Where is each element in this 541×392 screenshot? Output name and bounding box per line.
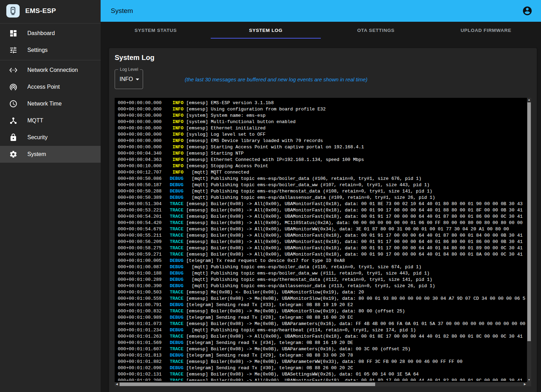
log-line: 000+00:00:50.187DEBUG [mqtt] Publishing … — [118, 182, 526, 188]
sidebar-item-settings[interactable]: Settings — [0, 42, 101, 59]
main-area: System SYSTEM STATUSSYSTEM LOGOTA SETTIN… — [101, 0, 541, 392]
card-title: System Log — [115, 54, 531, 62]
app-title: EMS-ESP — [25, 7, 56, 15]
log-line: 000+00:00:54.679TRACE [emsesp] Boiler(0x… — [118, 226, 526, 232]
log-line: 000+00:01:00.289DEBUG [mqtt] Publishing … — [118, 277, 526, 283]
log-line: 000+00:00:00.000INFO [emsesp] Using conf… — [118, 106, 526, 113]
sidebar-item-label: Settings — [27, 47, 48, 53]
tab-upload-firmware[interactable]: UPLOAD FIRMWARE — [431, 22, 541, 39]
scroll-right-icon[interactable]: ▶ — [523, 382, 527, 386]
log-hint: (the last 30 messages are buffered and n… — [185, 76, 367, 82]
log-line: 000+00:00:53.221TRACE [emsesp] Boiler(0x… — [118, 207, 526, 214]
log-line: 000+00:01:00.087DEBUG [mqtt] Publishing … — [118, 264, 526, 270]
sidebar-item-label: MQTT — [27, 117, 43, 124]
log-line: 000+00:00:00.000INFO [system] System nam… — [118, 113, 526, 119]
app-logo-icon — [6, 4, 20, 18]
log-line: 000+00:01:01.263TRACE [emsesp] Boiler(0x… — [118, 333, 526, 340]
sidebar-item-label: Security — [27, 134, 48, 141]
scroll-left-icon[interactable]: ◀ — [115, 382, 119, 386]
log-console[interactable]: 000+00:00:00.000INFO [emsesp] EMS-ESP ve… — [115, 98, 531, 386]
log-line: 000+00:00:00.000INFO [emsesp] EMS-ESP ve… — [118, 100, 526, 106]
log-console-content: 000+00:00:00.000INFO [emsesp] EMS-ESP ve… — [118, 100, 526, 381]
scroll-down-icon[interactable]: ▼ — [527, 378, 531, 382]
topbar: System — [101, 0, 541, 22]
log-line: 000+00:00:59.271TRACE [emsesp] Boiler(0x… — [118, 251, 526, 258]
log-line: 000+00:00:00.000INFO [system] Multi-func… — [118, 119, 526, 125]
vertical-scrollbar-thumb[interactable] — [527, 102, 531, 341]
log-line: 000+00:01:00.503TRACE [emsesp] Me(0x0B) … — [118, 289, 526, 296]
log-line: 000+00:01:00.989DEBUG [telegram] Sending… — [118, 315, 526, 321]
log-line: 000+00:00:51.304TRACE [emsesp] Boiler(0x… — [118, 201, 526, 207]
log-line: 000+00:01:02.090DEBUG [telegram] Sending… — [118, 365, 526, 371]
log-line: 000+00:00:50.288DEBUG [mqtt] Publishing … — [118, 188, 526, 195]
dashboard-icon — [9, 29, 18, 38]
scrollbar-corner — [527, 382, 531, 386]
sidebar-item-dashboard[interactable]: Dashboard — [0, 25, 101, 42]
sidebar-item-label: Dashboard — [27, 30, 55, 36]
app-header: EMS-ESP — [0, 0, 101, 22]
log-line: 000+00:01:00.390DEBUG [mqtt] Publishing … — [118, 283, 526, 289]
log-line: 000+00:00:12.707INFO [mqtt] MQTT connect… — [118, 169, 526, 176]
log-line: 000+00:01:00.005DEBUG [telegram] Tx read… — [118, 258, 526, 264]
sidebar-item-network-time[interactable]: Network Time — [0, 95, 101, 112]
scroll-up-icon[interactable]: ▲ — [527, 98, 531, 102]
log-line: 000+00:01:01.234DEBUG [mqtt] Publishing … — [118, 327, 526, 333]
tab-system-log[interactable]: SYSTEM LOG — [211, 22, 321, 39]
log-line: 000+00:01:01.569DEBUG [telegram] Sending… — [118, 340, 526, 346]
log-line: 000+00:01:01.813DEBUG [telegram] Sending… — [118, 352, 526, 359]
log-level-row: Log Level INFO (the last 30 messages are… — [115, 69, 531, 89]
divider — [0, 23, 101, 23]
sidebar-item-security[interactable]: Security — [0, 129, 101, 146]
sidebar-nav: DashboardSettingsNetwork ConnectionAcces… — [0, 25, 101, 163]
divider — [0, 60, 101, 60]
tab-bar: SYSTEM STATUSSYSTEM LOGOTA SETTINGSUPLOA… — [101, 22, 541, 39]
horizontal-scrollbar[interactable]: ◀ ▶ — [115, 382, 527, 386]
vertical-scrollbar[interactable]: ▲ ▼ — [527, 98, 531, 382]
log-line: 000+00:01:01.882TRACE [emsesp] Boiler(0x… — [118, 359, 526, 365]
sidebar: EMS-ESP DashboardSettingsNetwork Connect… — [0, 0, 101, 392]
log-line: 000+00:00:58.275TRACE [emsesp] Boiler(0x… — [118, 245, 526, 251]
log-line: 000+00:00:50.086DEBUG [mqtt] Publishing … — [118, 176, 526, 182]
sidebar-item-system[interactable]: System — [0, 146, 101, 163]
tune-icon — [9, 46, 18, 54]
horizontal-scrollbar-thumb[interactable] — [120, 383, 375, 386]
device-hub-icon — [9, 116, 18, 125]
log-line: 000+00:01:00.832TRACE [emsesp] Boiler(0x… — [118, 308, 526, 315]
lock-icon — [9, 133, 18, 142]
log-line: 000+00:00:50.389DEBUG [mqtt] Publishing … — [118, 195, 526, 201]
sidebar-item-label: System — [27, 151, 46, 157]
log-line: 000+00:00:56.209TRACE [emsesp] Boiler(0x… — [118, 239, 526, 245]
log-line: 000+00:00:00.000INFO [emsesp] Starting A… — [118, 144, 526, 150]
tab-system-status[interactable]: SYSTEM STATUS — [101, 22, 211, 39]
gear-icon — [9, 150, 18, 158]
tab-ota-settings[interactable]: OTA SETTINGS — [321, 22, 431, 39]
log-line: 000+00:00:04.363INFO [emsesp] Ethernet C… — [118, 157, 526, 163]
log-line: 000+00:01:01.073TRACE [emsesp] Boiler(0x… — [118, 321, 526, 327]
log-line: 000+00:00:00.000INFO [emsesp] Ethernet i… — [118, 125, 526, 131]
log-line: 000+00:00:54.420TRACE [emsesp] Boiler(0x… — [118, 220, 526, 226]
ethernet-icon — [9, 66, 18, 74]
wifi-tethering-icon — [9, 83, 18, 91]
sidebar-item-network-connection[interactable]: Network Connection — [0, 62, 101, 79]
sidebar-item-label: Network Connection — [27, 67, 78, 73]
log-line: 000+00:01:02.131TRACE [emsesp] Boiler(0x… — [118, 371, 526, 378]
log-line: 000+00:00:00.000INFO [syslog] Log level … — [118, 131, 526, 138]
log-line: 000+00:01:00.559TRACE [emsesp] Boiler(0x… — [118, 296, 526, 302]
sidebar-item-access-point[interactable]: Access Point — [0, 79, 101, 95]
log-line: 000+00:01:00.188DEBUG [mqtt] Publishing … — [118, 270, 526, 277]
log-line: 000+00:00:10.000INFO [emsesp] Stopping A… — [118, 163, 526, 169]
log-line: 000+00:01:00.791DEBUG [telegram] Sending… — [118, 302, 526, 308]
app-root: EMS-ESP DashboardSettingsNetwork Connect… — [0, 0, 541, 392]
log-level-value: INFO — [120, 76, 133, 82]
log-line: 000+00:00:55.211TRACE [emsesp] Boiler(0x… — [118, 232, 526, 239]
log-line: 000+00:00:00.000INFO [emsesp] EMS Device… — [118, 138, 526, 144]
page-title: System — [111, 7, 133, 15]
sidebar-item-label: Access Point — [27, 84, 60, 90]
clock-icon — [9, 100, 18, 108]
system-log-card: System Log Log Level INFO (the last 30 m… — [109, 48, 537, 392]
account-icon[interactable] — [522, 6, 533, 16]
log-line: 000+00:01:02.200TRACE [emsesp] Boiler(0x… — [118, 378, 526, 381]
sidebar-item-label: Network Time — [27, 101, 62, 107]
log-level-select[interactable]: Log Level INFO — [115, 69, 143, 89]
sidebar-item-mqtt[interactable]: MQTT — [0, 112, 101, 129]
